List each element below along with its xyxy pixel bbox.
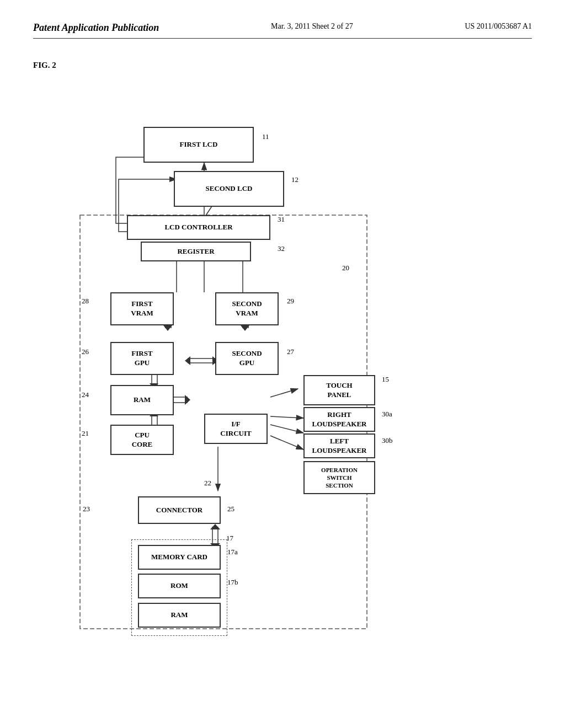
svg-line-41 xyxy=(270,436,303,449)
svg-marker-36 xyxy=(185,356,190,365)
ref-23: 23 xyxy=(83,505,90,513)
ref-21: 21 xyxy=(82,429,89,438)
ref-26: 26 xyxy=(82,347,89,356)
page: Patent Application Publication Mar. 3, 2… xyxy=(0,0,565,728)
if-circuit-box: I/FCIRCUIT xyxy=(204,414,268,444)
first-vram-box: FIRSTVRAM xyxy=(110,292,174,325)
first-gpu-box: FIRSTGPU xyxy=(110,342,174,375)
ref-30b: 30b xyxy=(382,436,393,445)
publication-title: Patent Application Publication xyxy=(33,22,159,34)
cpu-core-box: CPUCORE xyxy=(110,425,174,455)
ref-20: 20 xyxy=(342,264,349,272)
ref-32: 32 xyxy=(278,244,285,253)
page-header: Patent Application Publication Mar. 3, 2… xyxy=(33,22,532,39)
lcd-controller-box: LCD CONTROLLER xyxy=(127,215,270,240)
svg-line-40 xyxy=(270,425,303,433)
first-lcd-box: FIRST LCD xyxy=(143,127,254,163)
register-box: REGISTER xyxy=(141,242,251,261)
ram-box: RAM xyxy=(110,385,174,415)
svg-line-38 xyxy=(270,389,298,397)
svg-marker-33 xyxy=(185,395,190,405)
ref-17b: 17b xyxy=(227,578,238,587)
touch-panel-box: TOUCHPANEL xyxy=(303,375,375,405)
ref-29: 29 xyxy=(287,297,294,306)
ref-12: 12 xyxy=(291,175,299,184)
patent-number: US 2011/0053687 A1 xyxy=(465,22,532,31)
right-loudspeaker-box: RIGHTLOUDSPEAKER xyxy=(303,407,375,432)
diagram-area: FIG. 2 xyxy=(33,55,532,684)
diagram-svg xyxy=(33,55,532,684)
ref-27: 27 xyxy=(287,347,294,356)
ref-31: 31 xyxy=(278,215,285,224)
memory-card-box: MEMORY CARD xyxy=(138,545,221,570)
ref-25: 25 xyxy=(227,505,234,513)
ref-11: 11 xyxy=(262,132,269,141)
fig-label: FIG. 2 xyxy=(33,61,56,70)
ref-17a: 17a xyxy=(227,548,238,556)
ref-24: 24 xyxy=(82,390,89,399)
ref-28: 28 xyxy=(82,297,89,306)
connector-box: CONNECTOR xyxy=(138,496,221,524)
svg-marker-17 xyxy=(241,325,249,331)
svg-marker-46 xyxy=(210,524,220,529)
operation-switch-box: OPERATIONSWITCHSECTION xyxy=(303,461,375,494)
ram2-box: RAM xyxy=(138,603,221,628)
svg-line-39 xyxy=(270,416,303,418)
sheet-info: Mar. 3, 2011 Sheet 2 of 27 xyxy=(271,22,353,31)
svg-marker-13 xyxy=(163,325,172,331)
ref-30a: 30a xyxy=(382,410,392,419)
second-lcd-box: SECOND LCD xyxy=(174,171,284,207)
ref-22: 22 xyxy=(204,479,211,488)
ref-17: 17 xyxy=(226,534,233,543)
second-vram-box: SECONDVRAM xyxy=(215,292,279,325)
second-gpu-box: SECONDGPU xyxy=(215,342,279,375)
ref-15: 15 xyxy=(382,375,389,384)
rom-box: ROM xyxy=(138,574,221,598)
left-loudspeaker-box: LEFTLOUDSPEAKER xyxy=(303,433,375,458)
